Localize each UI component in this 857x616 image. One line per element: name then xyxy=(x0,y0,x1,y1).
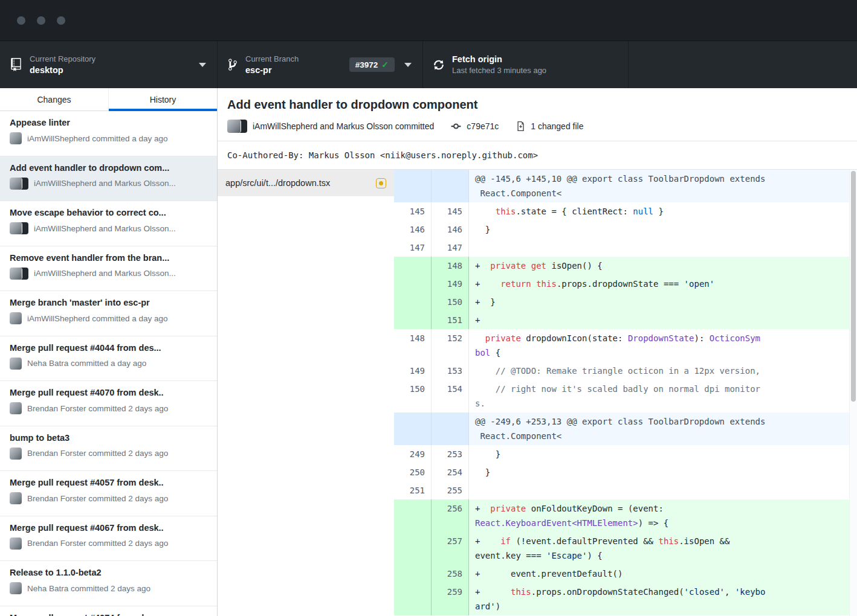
diff-code-line: + if (!event.defaultPrevented && this.is… xyxy=(469,532,849,565)
diff-row-hunk: @@ -249,6 +253,13 @@ export class Toolba… xyxy=(394,412,849,445)
old-line-number xyxy=(394,565,432,583)
commit-list-item[interactable]: Appease linteriAmWillShepherd committed … xyxy=(0,111,217,156)
avatar xyxy=(10,268,28,280)
tab-history[interactable]: History xyxy=(108,88,217,111)
avatar xyxy=(10,312,22,324)
commit-list-item[interactable]: Merge pull request #4057 from desk..Bren… xyxy=(0,471,217,516)
fetch-origin-button[interactable]: Fetch origin Last fetched 3 minutes ago xyxy=(423,41,629,88)
diff-row-context: 249253 } xyxy=(394,445,849,463)
new-line-number: 146 xyxy=(432,220,469,239)
old-line-number xyxy=(394,499,432,532)
diff-row-added: 258+ event.preventDefault() xyxy=(394,565,849,583)
old-line-number xyxy=(394,412,432,445)
commit-item-title: Move escape behavior to correct co... xyxy=(10,208,207,217)
diff-code-line: + this.props.onDropdownStateChanged('clo… xyxy=(469,583,849,615)
commit-list-item[interactable]: Release to 1.1.0-beta2Neha Batra committ… xyxy=(0,561,217,606)
old-line-number xyxy=(394,532,432,565)
old-line-number: 250 xyxy=(394,463,432,481)
commit-item-title: Appease linter xyxy=(10,118,207,127)
diff-code-line: + } xyxy=(469,293,849,311)
diff-code-line: + event.preventDefault() xyxy=(469,565,849,583)
diff-code-line: + private get isOpen() { xyxy=(469,257,849,275)
sidebar-tabs: Changes History xyxy=(0,88,217,111)
commit-item-title: Release to 1.1.0-beta2 xyxy=(10,568,207,577)
window-titlebar xyxy=(0,0,857,41)
avatar xyxy=(227,120,241,133)
commit-item-title: Merge pull request #4067 from desk.. xyxy=(10,523,207,533)
old-line-number: 146 xyxy=(394,220,432,239)
commit-item-title: Merge pull request #4044 from des... xyxy=(10,343,207,353)
new-line-number: 254 xyxy=(432,463,469,481)
avatar xyxy=(10,268,22,280)
minimize-window-button[interactable] xyxy=(37,16,45,25)
avatar xyxy=(10,537,22,550)
file-list-item[interactable]: app/src/ui/t.../dropdown.tsx xyxy=(218,170,394,196)
new-line-number xyxy=(432,170,469,202)
maximize-window-button[interactable] xyxy=(57,16,65,25)
fetch-origin-subtitle: Last fetched 3 minutes ago xyxy=(452,66,546,75)
window-controls xyxy=(17,16,65,25)
avatar xyxy=(10,402,22,414)
commit-item-meta: Brendan Forster committed 2 days ago xyxy=(10,492,207,504)
new-line-number xyxy=(432,412,469,445)
git-commit-icon xyxy=(451,121,461,132)
commit-list-item[interactable]: Merge pull request #4044 from des...Neha… xyxy=(0,336,217,382)
avatar xyxy=(10,222,28,234)
commit-list-item[interactable]: Merge pull request #4074 from d... xyxy=(0,606,217,616)
diff-code-line: + return this.props.dropdownState === 'o… xyxy=(469,275,849,293)
avatar xyxy=(10,537,22,550)
current-repository-button[interactable]: Current Repository desktop xyxy=(0,41,218,88)
avatar xyxy=(10,402,22,414)
avatar xyxy=(10,132,22,144)
new-line-number: 151 xyxy=(432,311,469,329)
avatar xyxy=(10,492,22,504)
old-line-number: 148 xyxy=(394,329,432,362)
commit-list-item[interactable]: Remove event handler from the bran...iAm… xyxy=(0,246,217,292)
old-line-number: 249 xyxy=(394,445,432,463)
diff-row-added: 149+ return this.props.dropdownState ===… xyxy=(394,275,849,293)
old-line-number: 149 xyxy=(394,362,432,380)
commit-item-byline: Brendan Forster committed 2 days ago xyxy=(27,539,168,548)
current-branch-button[interactable]: Current Branch esc-pr #3972 ✓ xyxy=(218,41,423,88)
diff-row-context: 251255 xyxy=(394,481,849,499)
committer-avatars xyxy=(227,120,247,133)
diff-row-context: 146146 } xyxy=(394,220,849,239)
changed-files-list: app/src/ui/t.../dropdown.tsx xyxy=(218,170,394,616)
tab-changes[interactable]: Changes xyxy=(0,88,108,111)
commit-list-item[interactable]: Merge pull request #4067 from desk..Bren… xyxy=(0,516,217,562)
commit-list-item[interactable]: Add event handler to dropdown com...iAmW… xyxy=(0,156,217,202)
avatar xyxy=(10,448,22,460)
new-line-number: 253 xyxy=(432,445,469,463)
new-line-number: 259 xyxy=(432,583,469,615)
diff-code-line: private dropdownIcon(state: DropdownStat… xyxy=(469,329,849,362)
scrollbar-thumb[interactable] xyxy=(851,171,856,402)
commit-list-item[interactable]: Merge pull request #4070 from desk..Bren… xyxy=(0,381,217,426)
new-line-number: 153 xyxy=(432,362,469,380)
commit-meta: iAmWillShepherd and Markus Olsson commit… xyxy=(227,120,847,133)
commit-list-item[interactable]: Merge branch 'master' into esc-priAmWill… xyxy=(0,291,217,336)
diff-row-added: 257+ if (!event.defaultPrevented && this… xyxy=(394,532,849,565)
file-path: app/src/ui/t.../dropdown.tsx xyxy=(225,178,376,188)
diff-code-line: } xyxy=(469,445,849,463)
avatar xyxy=(10,358,22,370)
avatar xyxy=(10,582,22,594)
close-window-button[interactable] xyxy=(17,16,25,25)
commit-list-item[interactable]: bump to beta3Brendan Forster committed 2… xyxy=(0,426,217,472)
diff-row-added: 150+ } xyxy=(394,293,849,311)
current-branch-value: esc-pr xyxy=(245,65,299,75)
new-line-number: 152 xyxy=(432,329,469,362)
old-line-number xyxy=(394,257,432,275)
diff-row-context: 147147 xyxy=(394,239,849,257)
toolbar-empty-area xyxy=(629,41,857,88)
commit-list-item[interactable]: Move escape behavior to correct co...iAm… xyxy=(0,201,217,246)
commit-byline: iAmWillShepherd and Markus Olsson commit… xyxy=(253,121,434,131)
commit-sha[interactable]: c79e71c xyxy=(467,121,499,131)
diff-scrollbar[interactable] xyxy=(849,170,857,616)
commit-item-title: Merge pull request #4057 from desk.. xyxy=(10,478,207,487)
old-line-number xyxy=(394,170,432,202)
diff-row-context: 150154 // right now it's scaled badly on… xyxy=(394,380,849,412)
commit-item-title: bump to beta3 xyxy=(10,433,207,443)
diff-code-line: + xyxy=(469,311,849,329)
diff-row-added: 259+ this.props.onDropdownStateChanged('… xyxy=(394,583,849,615)
avatar xyxy=(10,178,22,190)
